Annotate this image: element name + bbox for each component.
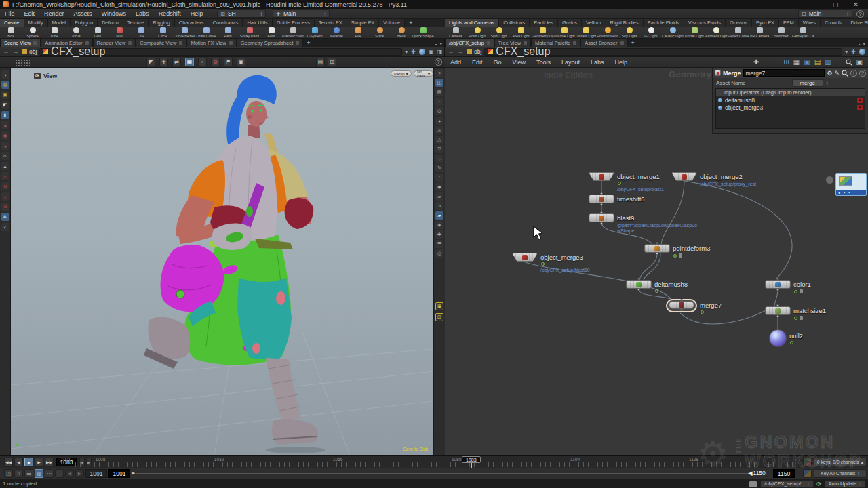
path-root-chip[interactable]: obj <box>22 48 37 55</box>
lasso-tool-icon[interactable]: ◑ <box>1 70 9 79</box>
pin-icon[interactable]: ✚ <box>411 49 416 55</box>
shelf-tab-particle-fluids[interactable]: Particle Fluids <box>644 19 684 27</box>
shelf-tab-deform[interactable]: Deform <box>98 19 123 27</box>
shelf-tab-modify[interactable]: Modify <box>24 19 48 27</box>
shelf-tool-camera[interactable]: Camera <box>445 27 467 38</box>
shelf-tool-sphere[interactable]: Sphere <box>22 27 43 38</box>
prim-hulls-icon[interactable]: ▱ <box>435 192 443 201</box>
snap-prim-magnet-icon[interactable]: ∪ <box>1 203 9 211</box>
shadows-icon[interactable]: △ <box>435 136 443 144</box>
shelf-tab-rigid-bodies[interactable]: Rigid Bodies <box>606 19 644 27</box>
range-slider-track[interactable] <box>136 473 749 474</box>
snap-magnet-icon[interactable]: ∩ <box>1 172 9 180</box>
input-operator-row[interactable]: object_merge3 <box>716 104 865 111</box>
node-body[interactable] <box>765 306 791 315</box>
net-path-field[interactable]: CFX_setup <box>484 48 842 56</box>
shelf-tab-oceans[interactable]: Oceans <box>726 19 752 27</box>
shelf-tool-tube[interactable]: Tube <box>43 27 65 38</box>
no-cam-button[interactable]: No cam▾ <box>414 70 433 77</box>
realtime-toggle-icon[interactable]: ◎ <box>35 469 43 478</box>
pane-tab-menu-icon[interactable] <box>85 41 89 45</box>
asset-name-value-button[interactable]: merge <box>792 79 823 87</box>
keyframe-icon[interactable] <box>803 458 812 466</box>
shelf-tool-switcher[interactable]: Switcher <box>770 27 792 38</box>
display-flag-icon[interactable] <box>790 341 793 344</box>
net-back-arrow-icon[interactable]: ← <box>448 48 454 55</box>
points-display-icon[interactable]: ✎ <box>435 164 443 172</box>
shelf-tool-grid[interactable]: Grid <box>87 27 108 38</box>
cut-icon[interactable]: ✂ <box>1 152 9 160</box>
net-dropdown-arrow-icon[interactable]: ▾ <box>845 49 848 55</box>
node-deltamush8[interactable]: deltamush8 <box>626 280 652 289</box>
pane-tab-menu-icon[interactable] <box>620 41 624 45</box>
shelf-tab-crowds[interactable]: Crowds <box>821 19 846 27</box>
shelf-tab-hair-utils[interactable]: Hair Utils <box>243 19 272 27</box>
node-matchsize1[interactable]: matchsize1 <box>765 306 791 315</box>
pane-tab-menu-icon[interactable] <box>128 41 132 45</box>
key-all-channels-button[interactable]: Key All Channels↕ <box>814 469 867 478</box>
node-blast9[interactable]: blast9@path=/cloakClaspLow/cloakClaspLow… <box>589 214 614 222</box>
range-end-handle[interactable]: ◀1150 <box>748 470 766 476</box>
snap-point-magnet-icon[interactable]: ∩ <box>1 192 9 201</box>
lock-flag-icon[interactable] <box>800 316 803 320</box>
key-all-icon[interactable] <box>803 469 812 478</box>
dropdown-arrow-icon[interactable]: ▾ <box>405 49 408 55</box>
lock-camera-icon[interactable]: ◔ <box>435 98 443 106</box>
net-menu-view[interactable]: View <box>507 57 531 68</box>
node-body[interactable] <box>644 244 670 253</box>
view-lamp-icon[interactable]: ◍ <box>1 81 9 89</box>
pane-tab-menu-icon[interactable] <box>229 41 233 45</box>
tools-icon[interactable]: ✚ <box>753 58 759 66</box>
stack-icon[interactable]: ☰ <box>835 58 842 66</box>
prev-key-button[interactable]: ◀ <box>65 469 74 478</box>
shelf-tool-curve-bezier[interactable]: Curve Bezier <box>174 27 195 38</box>
pane-tab-motion-fx-view[interactable]: Motion FX View <box>186 39 236 47</box>
shelf-tool-font[interactable]: Font <box>260 27 282 38</box>
render-region-icon[interactable]: ▣ <box>1 91 9 99</box>
display-flag-icon[interactable] <box>618 182 621 185</box>
prim-normals-icon[interactable]: ◆ <box>435 183 443 191</box>
net-menu-labs[interactable]: Labs <box>585 57 610 68</box>
output-port-icon[interactable] <box>600 222 603 224</box>
shelf-tool-portal-light[interactable]: Portal Light <box>684 27 705 38</box>
shelf-tool-gamepad-camera[interactable]: Gamepad Camera <box>792 27 814 38</box>
group-list-icon[interactable]: ☰ <box>435 240 443 248</box>
shelf-tool-vr-camera[interactable]: VR Camera <box>749 27 770 38</box>
no-render-icon[interactable]: ⊘ <box>211 58 220 66</box>
profile-icon[interactable]: ⊿ <box>435 202 443 210</box>
radial-menu-stepper[interactable]: ↕ <box>846 11 849 17</box>
shelf-tab-texture[interactable]: Texture <box>123 19 149 27</box>
flag-icon[interactable]: ⚑ <box>224 58 233 66</box>
menu-render[interactable]: Render <box>39 9 69 19</box>
shelf-tool-box[interactable]: Box <box>0 27 22 38</box>
shaded-view-icon[interactable]: ◫ <box>435 79 443 87</box>
desktop-dropdown[interactable]: ✚ Main ↕ <box>273 9 330 18</box>
shelf-tab-create[interactable]: Create <box>0 19 24 27</box>
select-icon[interactable]: ◤ <box>146 58 155 66</box>
shelf-tab-guide-process[interactable]: Guide Process <box>273 19 315 27</box>
orient-icon[interactable]: ▲ <box>1 162 9 170</box>
sync-icon[interactable] <box>419 49 425 55</box>
range-start-field[interactable]: 1001 <box>108 469 130 478</box>
grid2-icon[interactable]: ▦ <box>793 58 800 66</box>
net-forward-arrow-icon[interactable]: → <box>457 48 464 55</box>
input-operator-row[interactable]: deltamush8 <box>716 96 865 104</box>
network-editor-canvas[interactable]: Indie Edition Geometry object_merge1/obj… <box>445 68 868 455</box>
shelf-tab-simple-fx[interactable]: Simple FX <box>347 19 380 27</box>
node-timeshift6[interactable]: timeshift6 <box>589 195 614 203</box>
shelf-tool-geometry-light[interactable]: Geometry Light <box>532 27 553 38</box>
desktop-stepper[interactable]: ↕ <box>323 11 326 17</box>
shelf-tool-path[interactable]: Path <box>217 27 239 38</box>
net-menu-edit[interactable]: Edit <box>467 57 488 68</box>
camera-frame-icon[interactable]: ▣ <box>237 58 245 66</box>
shelf-tool-point-light[interactable]: Point Light <box>467 27 488 38</box>
range-start-handle[interactable]: ▶ <box>132 470 135 476</box>
path-field[interactable]: CFX_setup <box>39 48 402 56</box>
input-port-icon[interactable] <box>600 211 603 214</box>
node-object_merge2[interactable]: object_merge2/obj/CFX_setup/proxy_rest <box>671 172 697 181</box>
radial-menu-dropdown[interactable]: ⊟ Main ↕ <box>798 9 852 18</box>
output-port-icon[interactable] <box>680 309 683 311</box>
toolbar-grip-icon[interactable] <box>15 59 30 66</box>
stowbar2-icon[interactable]: ◨ <box>437 49 442 55</box>
shelf-tab-volume[interactable]: Volume <box>379 19 405 27</box>
